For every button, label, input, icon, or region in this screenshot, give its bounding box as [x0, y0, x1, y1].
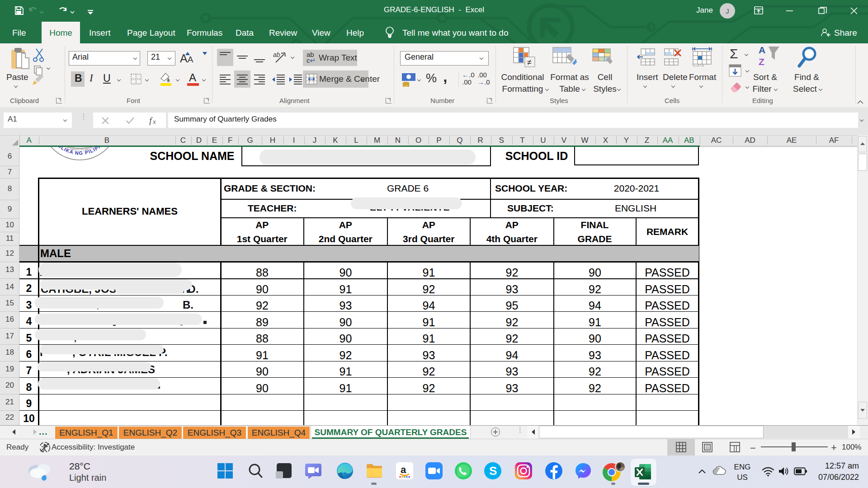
svg-text:A: A — [759, 45, 765, 55]
svg-text:ab: ab — [273, 51, 280, 58]
svg-text:S: S — [489, 464, 497, 478]
svg-text:x: x — [152, 118, 156, 125]
svg-text:f: f — [149, 116, 153, 125]
svg-text:Z: Z — [759, 56, 764, 67]
svg-text:a: a — [401, 464, 406, 475]
svg-text:≠: ≠ — [527, 58, 532, 67]
